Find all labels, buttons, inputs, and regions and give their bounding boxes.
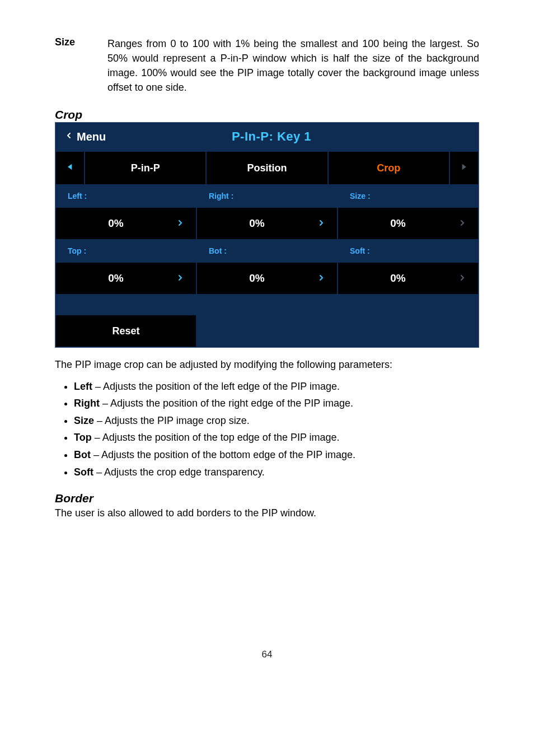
triangle-right-icon [460, 161, 469, 175]
section-heading-border: Border [55, 492, 479, 505]
field-label-size: Size : [338, 185, 479, 207]
chevron-right-icon [176, 217, 185, 230]
tab-p-in-p[interactable]: P-in-P [85, 151, 206, 185]
chevron-right-icon [458, 272, 467, 285]
value-left: 0% [56, 217, 176, 230]
field-label-left: Left : [55, 185, 196, 207]
field-size[interactable]: 0% [338, 207, 479, 240]
svg-marker-0 [68, 164, 72, 170]
crop-params-list: Left – Adjusts the position of the left … [74, 378, 479, 481]
value-size: 0% [338, 217, 458, 230]
triangle-left-icon [65, 161, 74, 175]
chevron-right-icon [458, 217, 467, 230]
chevron-right-icon [317, 217, 326, 230]
tab-position[interactable]: Position [206, 151, 327, 185]
field-label-top: Top : [55, 240, 196, 262]
page-number: 64 [55, 649, 479, 660]
field-label-right: Right : [196, 185, 338, 207]
crop-intro-text: The PIP image crop can be adjusted by mo… [55, 358, 479, 372]
def-desc-size: Ranges from 0 to 100 with 1% being the s… [107, 36, 479, 95]
list-item: Right – Adjusts the position of the righ… [74, 395, 479, 412]
menu-back-button[interactable]: Menu [55, 123, 137, 151]
tabs-prev-button[interactable] [55, 151, 85, 185]
svg-marker-1 [462, 164, 466, 170]
list-item: Bot – Adjusts the position of the bottom… [74, 446, 479, 464]
value-right: 0% [197, 217, 317, 230]
list-item: Soft – Adjusts the crop edge transparenc… [74, 464, 479, 481]
field-right[interactable]: 0% [196, 207, 338, 240]
panel-title: P-In-P: Key 1 [137, 123, 479, 151]
list-item: Top – Adjusts the position of the top ed… [74, 429, 479, 446]
tab-crop[interactable]: Crop [328, 151, 449, 185]
chevron-right-icon [176, 272, 185, 285]
def-term-size: Size [55, 36, 107, 48]
reset-button[interactable]: Reset [55, 315, 196, 347]
border-text: The user is also allowed to add borders … [55, 506, 479, 520]
chevron-right-icon [317, 272, 326, 285]
value-bot: 0% [197, 272, 317, 284]
list-item: Left – Adjusts the position of the left … [74, 378, 479, 395]
list-item: Size – Adjusts the PIP image crop size. [74, 412, 479, 430]
pip-crop-panel: Menu P-In-P: Key 1 P-in-P Position Crop … [55, 122, 479, 348]
tabs-next-button[interactable] [449, 151, 479, 185]
chevron-left-icon [64, 131, 73, 143]
field-label-soft: Soft : [338, 240, 479, 262]
field-label-bot: Bot : [196, 240, 338, 262]
field-soft[interactable]: 0% [338, 262, 479, 295]
field-left[interactable]: 0% [55, 207, 196, 240]
field-bot[interactable]: 0% [196, 262, 338, 295]
section-heading-crop: Crop [55, 108, 479, 122]
field-top[interactable]: 0% [55, 262, 196, 295]
menu-back-label: Menu [77, 130, 106, 143]
value-top: 0% [56, 272, 176, 284]
value-soft: 0% [338, 272, 458, 284]
